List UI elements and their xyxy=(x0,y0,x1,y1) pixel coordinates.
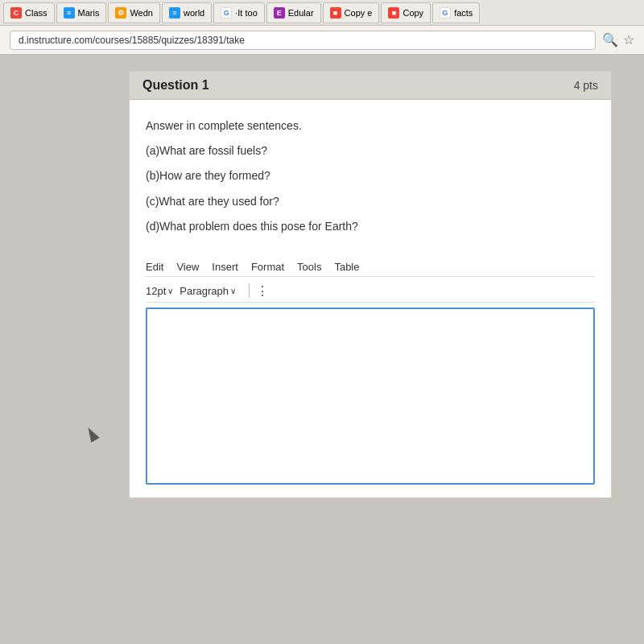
search-icon[interactable]: 🔍 xyxy=(602,32,618,47)
text-input-area[interactable] xyxy=(146,308,595,485)
editor-area: Edit View Insert Format Tools Table 12pt… xyxy=(130,250,611,497)
menu-insert[interactable]: Insert xyxy=(212,261,238,273)
tab-icon-copye: ■ xyxy=(330,7,341,19)
tab-icon-copy: ■ xyxy=(388,7,399,19)
tab-label-class: Class xyxy=(25,8,47,18)
tab-label-copy: Copy xyxy=(402,8,423,18)
tab-edular[interactable]: E Edular xyxy=(266,2,321,23)
paragraph-value: Paragraph xyxy=(180,285,229,297)
tab-icon-facts: G xyxy=(440,7,451,19)
question-body: Answer in complete sentences. (a)What ar… xyxy=(130,100,611,250)
menu-format[interactable]: Format xyxy=(251,261,284,273)
question-header: Question 1 4 pts xyxy=(130,72,611,100)
tab-world[interactable]: ≡ world xyxy=(162,2,212,23)
question-instruction: Answer in complete sentences. xyxy=(146,116,595,136)
more-options-button[interactable]: ⋮ xyxy=(256,283,269,299)
tab-label-wedn: Wedn xyxy=(130,8,153,18)
tab-wedn[interactable]: ⚙ Wedn xyxy=(108,2,160,23)
tab-copy[interactable]: ■ Copy xyxy=(381,2,431,23)
font-size-selector[interactable]: 12pt ∨ xyxy=(146,285,173,297)
tab-maris[interactable]: ≡ Maris xyxy=(56,2,107,23)
tab-class[interactable]: C Class xyxy=(3,2,55,23)
tab-icon-maris: ≡ xyxy=(64,7,75,19)
paragraph-chevron: ∨ xyxy=(230,287,236,295)
sub-question-b: (b)How are they formed? xyxy=(146,166,595,186)
sub-question-a: (a)What are fossil fuels? xyxy=(146,141,595,161)
tab-icon-wedn: ⚙ xyxy=(115,7,126,19)
tab-iltoo[interactable]: G ·It too xyxy=(213,2,265,23)
editor-menu: Edit View Insert Format Tools Table xyxy=(146,258,595,277)
paragraph-selector[interactable]: Paragraph ∨ xyxy=(180,285,236,297)
tab-label-iltoo: ·It too xyxy=(235,8,258,18)
question-card: Question 1 4 pts Answer in complete sent… xyxy=(129,71,612,498)
tab-icon-class: C xyxy=(10,7,22,19)
menu-table[interactable]: Table xyxy=(334,261,359,273)
browser-tabs: C Class ≡ Maris ⚙ Wedn ≡ world G ·It too… xyxy=(0,0,644,26)
tab-label-world: world xyxy=(184,8,204,18)
bookmark-icon[interactable]: ☆ xyxy=(623,32,634,47)
tab-label-maris: Maris xyxy=(78,8,100,18)
tab-icon-edular: E xyxy=(274,7,285,19)
font-size-chevron: ∨ xyxy=(167,287,173,295)
toolbar-divider xyxy=(249,283,250,298)
question-title: Question 1 xyxy=(142,78,574,93)
editor-toolbar: 12pt ∨ Paragraph ∨ ⋮ xyxy=(146,280,595,303)
menu-view[interactable]: View xyxy=(176,261,199,273)
tab-facts[interactable]: G facts xyxy=(432,2,480,23)
tab-copye[interactable]: ■ Copy e xyxy=(323,2,380,23)
sub-question-c: (c)What are they used for? xyxy=(146,192,595,212)
page-content: Question 1 4 pts Answer in complete sent… xyxy=(0,55,644,644)
question-text: Answer in complete sentences. (a)What ar… xyxy=(146,116,595,237)
tab-label-edular: Edular xyxy=(288,8,314,18)
tab-label-facts: facts xyxy=(454,8,473,18)
tab-icon-world: ≡ xyxy=(169,7,180,19)
font-size-value: 12pt xyxy=(146,285,166,297)
menu-edit[interactable]: Edit xyxy=(146,261,163,273)
url-bar[interactable]: d.instructure.com/courses/15885/quizzes/… xyxy=(10,31,596,50)
address-bar: d.instructure.com/courses/15885/quizzes/… xyxy=(0,26,644,55)
sub-question-d: (d)What problem does this pose for Earth… xyxy=(146,217,595,237)
tab-label-copye: Copy e xyxy=(345,8,373,18)
question-points: 4 pts xyxy=(574,79,598,92)
menu-tools[interactable]: Tools xyxy=(297,261,321,273)
tab-icon-iltoo: G xyxy=(221,7,232,19)
